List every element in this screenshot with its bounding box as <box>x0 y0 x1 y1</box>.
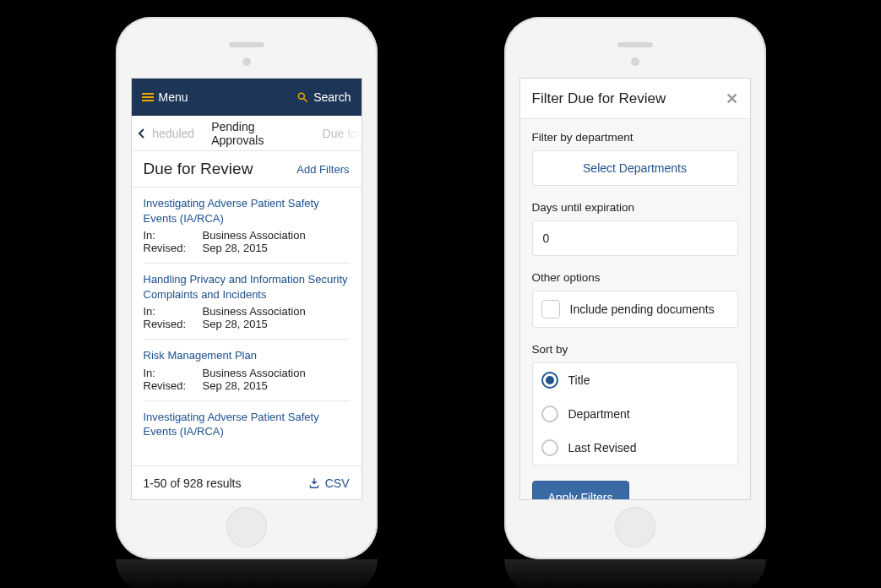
hamburger-icon <box>142 91 154 103</box>
section-days: Days until expiration <box>532 201 738 256</box>
radio-label: Title <box>568 373 590 387</box>
meta-key-revised: Revised: <box>144 318 203 330</box>
include-pending-label: Include pending documents <box>570 302 715 316</box>
modal-title: Filter Due for Review <box>532 90 666 107</box>
meta-val-in: Business Association <box>203 229 306 242</box>
tab-due-for-review-partial[interactable]: Due for <box>314 127 362 140</box>
screen-filter-modal: Filter Due for Review ✕ Filter by depart… <box>519 78 751 500</box>
radio-label: Last Revised <box>568 441 637 455</box>
phone-camera-dot <box>242 57 251 66</box>
chevron-left-icon <box>138 128 146 139</box>
meta-key-in: In: <box>144 305 203 318</box>
sort-option-title[interactable]: Title <box>533 363 737 397</box>
checkbox-icon <box>541 300 560 318</box>
close-icon: ✕ <box>726 90 738 107</box>
meta-key-revised: Revised: <box>144 242 203 254</box>
list-item[interactable]: Investigating Adverse Patient Safety Eve… <box>144 188 350 264</box>
search-button[interactable]: Search <box>296 90 351 104</box>
phone-right: Filter Due for Review ✕ Filter by depart… <box>504 17 766 559</box>
navbar: Menu Search <box>132 79 362 116</box>
search-icon <box>296 91 308 103</box>
days-input-wrap <box>532 220 738 256</box>
phone-earpiece <box>617 42 653 47</box>
days-label: Days until expiration <box>532 201 738 214</box>
sort-option-last-revised[interactable]: Last Revised <box>533 431 737 465</box>
meta-val-in: Business Association <box>203 367 306 379</box>
result-count: 1-50 of 928 results <box>144 476 242 490</box>
menu-label: Menu <box>159 90 188 104</box>
tab-pending-approvals[interactable]: Pending Approvals <box>203 120 313 147</box>
screen-list-view: Menu Search heduled Pend <box>131 78 362 500</box>
csv-label: CSV <box>325 476 350 490</box>
phone-earpiece <box>229 42 264 47</box>
radio-icon <box>541 406 558 422</box>
apply-filters-label: Apply Filters <box>548 491 613 499</box>
list-item[interactable]: Risk Management Plan In:Business Associa… <box>144 340 350 401</box>
tab-scheduled-partial[interactable]: heduled <box>152 127 203 140</box>
phone-left: Menu Search heduled Pend <box>116 17 378 559</box>
dept-label: Filter by department <box>532 131 738 144</box>
select-departments-button[interactable]: Select Departments <box>532 150 738 186</box>
sort-radio-group: Title Department Last Revised <box>532 362 738 466</box>
radio-icon <box>541 372 558 389</box>
days-input[interactable] <box>533 221 737 255</box>
meta-val-revised: Sep 28, 2015 <box>203 379 268 392</box>
search-label: Search <box>313 90 351 104</box>
meta-val-in: Business Association <box>203 305 306 318</box>
section-other-options: Other options Include pending documents <box>532 271 738 328</box>
include-pending-row[interactable]: Include pending documents <box>532 291 738 328</box>
close-button[interactable]: ✕ <box>726 90 738 108</box>
item-title-link[interactable]: Investigating Adverse Patient Safety Eve… <box>144 410 350 439</box>
item-title-link[interactable]: Investigating Adverse Patient Safety Eve… <box>144 196 350 226</box>
phone-home-button <box>226 507 267 547</box>
phone-camera-dot <box>631 57 639 66</box>
other-label: Other options <box>532 271 738 284</box>
sort-option-department[interactable]: Department <box>533 397 737 431</box>
modal-header: Filter Due for Review ✕ <box>520 79 750 119</box>
phone-home-button <box>615 507 655 547</box>
item-title-link[interactable]: Risk Management Plan <box>144 348 350 363</box>
menu-button[interactable]: Menu <box>142 90 188 104</box>
select-departments-label: Select Departments <box>583 161 687 175</box>
list-footer: 1-50 of 928 results CSV <box>132 466 362 499</box>
meta-key-in: In: <box>144 367 203 379</box>
meta-val-revised: Sep 28, 2015 <box>203 242 268 254</box>
export-csv-link[interactable]: CSV <box>308 476 350 490</box>
tabs-prev-chevron[interactable] <box>132 128 153 139</box>
section-department: Filter by department Select Departments <box>532 131 738 186</box>
download-icon <box>308 477 320 489</box>
list-item[interactable]: Handling Privacy and Information Securit… <box>144 264 350 340</box>
apply-filters-button[interactable]: Apply Filters <box>532 481 629 499</box>
item-title-link[interactable]: Handling Privacy and Information Securit… <box>144 272 350 302</box>
tabs-row[interactable]: heduled Pending Approvals Due for <box>132 116 362 151</box>
radio-icon <box>541 439 558 456</box>
svg-line-1 <box>304 99 307 102</box>
document-list[interactable]: Investigating Adverse Patient Safety Eve… <box>132 188 362 466</box>
meta-val-revised: Sep 28, 2015 <box>203 318 268 330</box>
radio-label: Department <box>568 407 630 421</box>
meta-key-in: In: <box>144 229 203 242</box>
section-sort-by: Sort by Title Department Last Revised <box>532 343 738 466</box>
list-item[interactable]: Investigating Adverse Patient Safety Eve… <box>144 401 350 451</box>
modal-body: Filter by department Select Departments … <box>520 119 750 499</box>
meta-key-revised: Revised: <box>144 379 203 392</box>
add-filters-link[interactable]: Add Filters <box>296 163 349 176</box>
page-title: Due for Review <box>144 160 253 178</box>
sort-label: Sort by <box>532 343 738 356</box>
page-header: Due for Review Add Filters <box>132 151 362 188</box>
